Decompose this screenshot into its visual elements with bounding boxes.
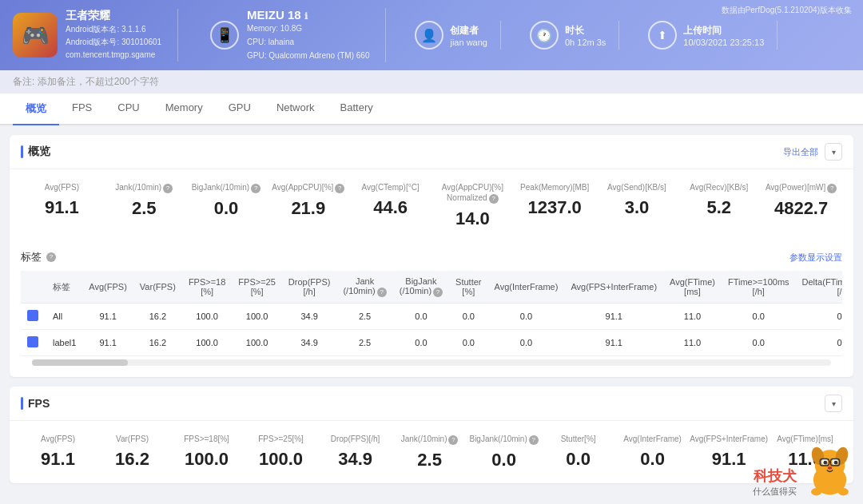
stat-avg-power: Avg(Power)[mW]? 4822.7 <box>760 182 842 229</box>
stat-peak-memory: Peak(Memory)[MB] 1237.0 <box>514 182 596 229</box>
row-label1-avg-fps-interframe: 91.1 <box>564 330 663 356</box>
stat-avg-appcpu: Avg(AppCPU)[%]? 21.9 <box>267 182 349 229</box>
th-fps25: FPS>=25[%] <box>232 271 281 304</box>
row-all-avg-interframe: 0.0 <box>488 304 565 330</box>
tab-fps[interactable]: FPS <box>59 93 105 125</box>
row-label1-bigjank: 0.0 <box>393 330 449 356</box>
creator-block: 👤 创建者 jian wang <box>402 21 500 50</box>
th-ftime100: FTime>=100ms[/h] <box>722 271 796 304</box>
overview-actions: 导出全部 ▾ <box>783 143 842 161</box>
stat-avg-recv: Avg(Recv)[KB/s] 5.2 <box>678 182 760 229</box>
tab-memory[interactable]: Memory <box>153 93 216 125</box>
duration-icon: 🕐 <box>530 21 559 50</box>
tab-bar: 概览 FPS CPU Memory GPU Network Battery <box>0 93 863 125</box>
overview-section: 概览 导出全部 ▾ Avg(FPS) 91.1 Jank(/10min)? 2.… <box>10 135 853 377</box>
row-label1-stutter: 0.0 <box>449 330 487 356</box>
row-label1-fps25: 100.0 <box>232 330 281 356</box>
tags-table: 标签 Avg(FPS) Var(FPS) FPS>=18[%] FPS>=25[… <box>21 271 842 356</box>
app-icon: 🎮 <box>13 13 58 58</box>
overview-stats-grid: Avg(FPS) 91.1 Jank(/10min)? 2.5 BigJank(… <box>10 169 853 242</box>
th-delta-ftime: Delta(FTime)>100ms[/h] <box>796 271 842 304</box>
creator-label: 创建者 <box>450 24 487 38</box>
upload-block: ⬆ 上传时间 10/03/2021 23:25:13 <box>635 21 777 50</box>
fps-stat-avg-fps-interframe: Avg(FPS+InterFrame) 91.1 <box>690 434 768 470</box>
fps-stat-fps25: FPS>=25[%] 100.0 <box>244 434 318 470</box>
row-all-bigjank: 0.0 <box>393 304 449 330</box>
app-name: 王者荣耀 <box>66 9 161 23</box>
row-label1-avg-interframe: 0.0 <box>488 330 565 356</box>
phone-icon: 📱 <box>210 21 239 50</box>
bigjank-info-icon[interactable]: ? <box>251 184 260 193</box>
fps-stat-avg-ftime: Avg(FTime)[ms] 11.0 <box>768 434 842 470</box>
creator-value: jian wang <box>450 38 487 47</box>
tab-gpu[interactable]: GPU <box>216 93 264 125</box>
th-fps18: FPS>=18[%] <box>182 271 232 304</box>
row-all-label: All <box>45 304 82 330</box>
th-jank-info[interactable]: ? <box>377 288 387 297</box>
row-all-jank: 2.5 <box>336 304 392 330</box>
duration-info: 时长 0h 12m 3s <box>565 24 606 47</box>
fps-dropdown-button[interactable]: ▾ <box>825 395 842 412</box>
appcpu-info-icon[interactable]: ? <box>335 184 344 193</box>
fps-section-header: FPS ▾ <box>10 387 853 421</box>
power-info-icon[interactable]: ? <box>827 184 837 193</box>
app-android-version: Android版本名: 3.1.1.6 Android版本号: 30101060… <box>66 23 161 62</box>
row-label1-ftime100: 0.0 <box>722 330 796 356</box>
fps-stat-var-fps: Var(FPS) 16.2 <box>95 434 169 470</box>
tags-header: 标签 ? 参数显示设置 <box>21 250 842 264</box>
fps-section: FPS ▾ Avg(FPS) 91.1 Var(FPS) 16.2 FPS>=1… <box>10 387 853 483</box>
row-label1-avg-ftime: 11.0 <box>663 330 722 356</box>
row-all-var-fps: 16.2 <box>133 304 182 330</box>
stat-avg-appcpu-norm: Avg(AppCPU)[%]Normalized? 14.0 <box>432 182 514 229</box>
export-button[interactable]: 导出全部 <box>783 146 818 158</box>
appcpu-norm-info-icon[interactable]: ? <box>489 194 499 204</box>
overview-title: 概览 <box>21 145 50 159</box>
stat-bigjank: BigJank(/10min)? 0.0 <box>185 182 268 229</box>
upload-icon: ⬆ <box>648 21 677 50</box>
overview-dropdown-button[interactable]: ▾ <box>825 143 842 161</box>
tags-info-icon[interactable]: ? <box>46 252 56 262</box>
tab-network[interactable]: Network <box>264 93 328 125</box>
stat-avg-send: Avg(Send)[KB/s] 3.0 <box>596 182 678 229</box>
row-label1-avg-fps: 91.1 <box>82 330 133 356</box>
duration-block: 🕐 时长 0h 12m 3s <box>517 21 619 50</box>
th-jank: Jank(/10min)? <box>336 271 392 304</box>
table-row: label1 91.1 16.2 100.0 100.0 34.9 2.5 0.… <box>21 330 842 356</box>
fps-title: FPS <box>21 397 50 410</box>
th-var-fps: Var(FPS) <box>133 271 182 304</box>
row-label1-fps18: 100.0 <box>182 330 232 356</box>
jank-info-icon[interactable]: ? <box>163 184 173 193</box>
fps-bigjank-info-icon[interactable]: ? <box>529 435 539 445</box>
stat-avg-fps: Avg(FPS) 91.1 <box>21 182 103 229</box>
device-details: MEIZU 18 ℹ Memory: 10.8G CPU: lahaina GP… <box>247 8 369 62</box>
tab-overview[interactable]: 概览 <box>13 93 59 125</box>
note-placeholder: 备注: 添加备注，不超过200个字符 <box>13 76 159 87</box>
row-label1-delta-ftime: 0.0 <box>796 330 842 356</box>
fps-stat-fps18: FPS>=18[%] 100.0 <box>169 434 244 470</box>
th-avg-fps: Avg(FPS) <box>82 271 133 304</box>
th-checkbox <box>21 271 45 304</box>
app-details: 王者荣耀 Android版本名: 3.1.1.6 Android版本号: 301… <box>66 9 161 62</box>
th-avg-fps-interframe: Avg(FPS+InterFrame) <box>564 271 663 304</box>
row-all-checkbox[interactable] <box>27 310 38 321</box>
table-scrollbar-thumb[interactable] <box>32 359 128 366</box>
tab-cpu[interactable]: CPU <box>105 93 152 125</box>
app-header: 🎮 王者荣耀 Android版本名: 3.1.1.6 Android版本号: 3… <box>0 0 863 70</box>
row-label1-label: label1 <box>45 330 82 356</box>
row-label1-checkbox[interactable] <box>27 336 38 347</box>
th-bigjank-info[interactable]: ? <box>433 288 443 297</box>
table-scrollbar[interactable] <box>32 359 831 366</box>
row-all-fps25: 100.0 <box>232 304 281 330</box>
fps-stat-jank: Jank(/10min)? 2.5 <box>392 434 467 470</box>
duration-value: 0h 12m 3s <box>565 38 606 47</box>
tags-settings-link[interactable]: 参数显示设置 <box>789 252 842 264</box>
device-info-block: 📱 MEIZU 18 ℹ Memory: 10.8G CPU: lahaina … <box>194 8 386 62</box>
upload-value: 10/03/2021 23:25:13 <box>683 38 764 47</box>
fps-stat-avg-interframe: Avg(InterFrame) 0.0 <box>615 434 690 470</box>
row-all-fps18: 100.0 <box>182 304 232 330</box>
fps-jank-info-icon[interactable]: ? <box>448 435 458 445</box>
fps-stats-grid: Avg(FPS) 91.1 Var(FPS) 16.2 FPS>=18[%] 1… <box>10 421 853 483</box>
table-row: All 91.1 16.2 100.0 100.0 34.9 2.5 0.0 0… <box>21 304 842 330</box>
tab-battery[interactable]: Battery <box>328 93 386 125</box>
device-meta: Memory: 10.8G CPU: lahaina GPU: Qualcomm… <box>247 22 369 62</box>
